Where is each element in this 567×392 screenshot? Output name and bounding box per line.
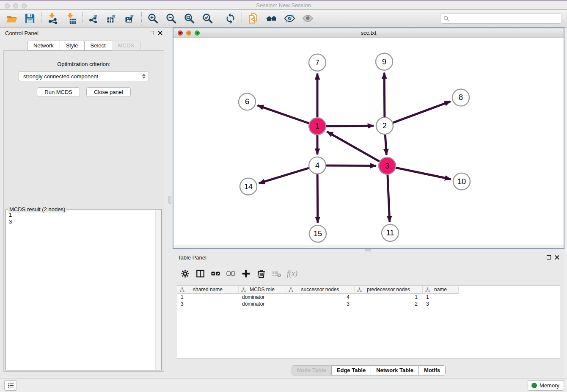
trash-icon <box>256 269 266 279</box>
result-scrollbar[interactable] <box>155 210 161 370</box>
close-table-panel-icon[interactable] <box>555 255 559 260</box>
add-button[interactable] <box>241 269 251 279</box>
graph-node-label: 6 <box>245 97 249 106</box>
memory-status-icon <box>531 383 537 388</box>
column-header-name[interactable]: name <box>423 286 459 294</box>
tab-style[interactable]: Style <box>60 41 85 51</box>
graph-edge-4-15[interactable] <box>317 174 318 223</box>
graph-node-label: 15 <box>314 229 322 238</box>
column-header-mcds-role[interactable]: MCDS role <box>239 286 286 294</box>
memory-label: Memory <box>539 382 559 389</box>
table-cell[interactable]: 4 <box>286 294 355 301</box>
open-session-button[interactable] <box>3 11 21 26</box>
table-cell[interactable]: dominator <box>239 294 286 301</box>
settings-gear-button[interactable] <box>180 269 190 279</box>
table-cell[interactable]: 1 <box>355 294 423 301</box>
criterion-dropdown[interactable]: strongly connected component <box>19 71 149 81</box>
function-fx-button: f(x) <box>287 269 297 278</box>
zoom-out-button[interactable] <box>162 11 180 26</box>
hierarchy-icon <box>357 287 362 293</box>
table-row[interactable]: 3dominator323 <box>177 301 560 307</box>
eye-button[interactable] <box>299 11 317 26</box>
graph-edge-2-9[interactable] <box>384 73 385 117</box>
toolbar-separator <box>219 12 219 25</box>
table-tab-node-table[interactable]: Node Table <box>292 365 332 375</box>
graph-edge-3-10[interactable] <box>396 168 451 179</box>
trash-button[interactable] <box>256 269 266 279</box>
toolbar-separator <box>82 12 83 25</box>
table-tab-motifs[interactable]: Motifs <box>418 365 446 375</box>
tab-network[interactable]: Network <box>27 41 60 51</box>
network-files-button[interactable] <box>244 11 262 26</box>
graph-node-label: 7 <box>315 58 319 67</box>
zoom-selected-button[interactable] <box>198 11 217 26</box>
mcds-panel: Optimization criterion: strongly connect… <box>3 50 164 372</box>
network-scrollbar-horizontal[interactable] <box>173 246 564 248</box>
refresh-button[interactable] <box>221 11 239 26</box>
table-cell[interactable]: 1 <box>177 294 239 301</box>
graph-node-label: 4 <box>315 161 319 170</box>
split-columns-button[interactable] <box>195 269 205 279</box>
vertical-splitter[interactable] <box>168 28 173 377</box>
graph-node-label: 1 <box>315 122 319 130</box>
search-input[interactable] <box>451 15 559 22</box>
graph-edge-3-1[interactable] <box>327 132 380 161</box>
network-files-icon <box>248 13 259 24</box>
run-mcds-button[interactable]: Run MCDS <box>37 87 80 97</box>
table-cell[interactable]: 3 <box>286 301 355 307</box>
graph-edge-3-11[interactable] <box>388 175 390 222</box>
search-box[interactable] <box>440 13 562 24</box>
import-network-button[interactable] <box>44 11 62 26</box>
import-table-button[interactable] <box>62 11 80 26</box>
network-canvas[interactable]: 7968124314101511 <box>173 38 564 246</box>
table-cell[interactable]: 1 <box>423 294 459 301</box>
table-cell[interactable]: 2 <box>355 301 423 307</box>
splitter-grip[interactable] <box>168 196 171 204</box>
criterion-value: strongly connected component <box>23 73 141 80</box>
table-row[interactable]: 1dominator411 <box>177 294 560 301</box>
column-header-successor-nodes[interactable]: successor nodes <box>286 286 355 294</box>
float-table-panel-icon[interactable] <box>547 255 551 259</box>
memory-button[interactable]: Memory <box>528 380 564 391</box>
toolbar-separator <box>242 12 242 25</box>
graph-node-label: 10 <box>457 177 466 186</box>
splitter-grip-horizontal[interactable] <box>365 249 371 251</box>
double-home-button[interactable] <box>262 11 281 26</box>
select-all-icon <box>211 269 220 279</box>
table-cell[interactable]: 3 <box>423 301 459 307</box>
table-header-row: shared nameMCDS rolesuccessor nodesprede… <box>177 286 560 294</box>
table-tab-edge-table[interactable]: Edge Table <box>331 365 371 375</box>
hierarchy-icon <box>425 287 430 293</box>
network-graph: 7968124314101511 <box>173 38 564 246</box>
select-all-button[interactable] <box>211 269 220 279</box>
unselect-all-button[interactable] <box>226 269 236 279</box>
task-list-button[interactable] <box>4 380 17 391</box>
graph-edge-1-2[interactable] <box>326 126 374 126</box>
column-header-shared-name[interactable]: shared name <box>177 286 239 294</box>
export-image-button[interactable] <box>121 11 139 26</box>
eye-slash-icon <box>284 13 295 24</box>
table-tab-network-table[interactable]: Network Table <box>371 365 419 375</box>
zoom-fit-button[interactable] <box>180 11 198 26</box>
eye-slash-button[interactable] <box>281 11 299 26</box>
graph-edge-1-6[interactable] <box>258 105 309 123</box>
zoom-fit-icon <box>184 13 195 24</box>
export-network-button[interactable] <box>85 11 103 26</box>
graph-edge-4-3[interactable] <box>326 166 376 166</box>
close-panel-icon[interactable] <box>158 31 162 36</box>
export-table-button[interactable] <box>103 11 121 26</box>
graph-edge-2-3[interactable] <box>385 135 386 155</box>
graph-edge-2-8[interactable] <box>393 101 451 122</box>
table-cell[interactable]: dominator <box>239 301 286 307</box>
zoom-in-button[interactable] <box>144 11 162 26</box>
table-toolbar: f(x) <box>180 266 564 281</box>
horizontal-splitter[interactable] <box>173 249 564 252</box>
save-session-button[interactable] <box>21 11 39 26</box>
close-panel-button[interactable]: Close panel <box>86 87 131 97</box>
graph-edge-4-14[interactable] <box>259 168 309 183</box>
column-header-predecessor-nodes[interactable]: predecessor nodes <box>355 286 423 294</box>
tab-select[interactable]: Select <box>84 41 112 51</box>
tab-mcds[interactable]: MCDS <box>112 41 140 51</box>
table-cell[interactable]: 3 <box>177 301 239 307</box>
float-panel-icon[interactable] <box>150 31 154 35</box>
